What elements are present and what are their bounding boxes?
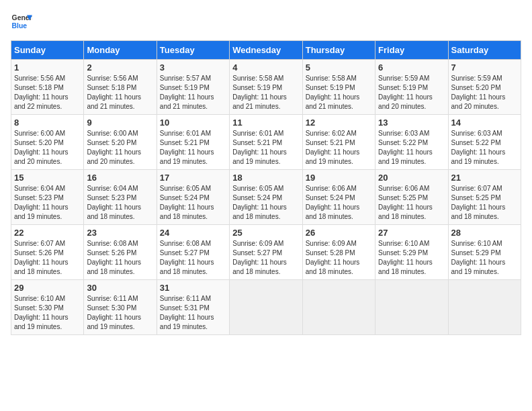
day-info: Sunrise: 6:02 AMSunset: 5:21 PMDaylight:… <box>306 129 372 167</box>
day-info: Sunrise: 6:01 AMSunset: 5:21 PMDaylight:… <box>232 129 299 167</box>
weekday-header-thursday: Thursday <box>302 41 375 60</box>
day-number: 2 <box>87 62 153 73</box>
calendar-cell: 3Sunrise: 5:57 AMSunset: 5:19 PMDaylight… <box>157 60 229 115</box>
calendar-cell: 20Sunrise: 6:06 AMSunset: 5:25 PMDayligh… <box>375 170 448 225</box>
day-info: Sunrise: 6:03 AMSunset: 5:22 PMDaylight:… <box>378 129 445 167</box>
day-number: 26 <box>306 228 372 238</box>
day-number: 29 <box>14 283 81 293</box>
day-info: Sunrise: 5:56 AMSunset: 5:18 PMDaylight:… <box>87 74 153 111</box>
calendar-cell: 21Sunrise: 6:07 AMSunset: 5:25 PMDayligh… <box>448 170 521 225</box>
day-info: Sunrise: 6:05 AMSunset: 5:24 PMDaylight:… <box>160 184 226 222</box>
day-number: 10 <box>160 118 226 128</box>
day-info: Sunrise: 6:09 AMSunset: 5:27 PMDaylight:… <box>232 239 299 277</box>
day-info: Sunrise: 5:56 AMSunset: 5:18 PMDaylight:… <box>14 74 81 111</box>
day-number: 1 <box>14 62 81 73</box>
day-number: 7 <box>451 62 518 73</box>
svg-text:Blue: Blue <box>12 22 28 30</box>
day-number: 24 <box>160 228 226 238</box>
calendar-week-2: 8Sunrise: 6:00 AMSunset: 5:20 PMDaylight… <box>11 115 521 170</box>
calendar-cell: 10Sunrise: 6:01 AMSunset: 5:21 PMDayligh… <box>157 115 229 170</box>
calendar-cell: 28Sunrise: 6:10 AMSunset: 5:29 PMDayligh… <box>448 225 521 280</box>
calendar-week-4: 22Sunrise: 6:07 AMSunset: 5:26 PMDayligh… <box>11 225 521 280</box>
day-info: Sunrise: 5:58 AMSunset: 5:19 PMDaylight:… <box>232 74 299 111</box>
day-info: Sunrise: 6:10 AMSunset: 5:29 PMDaylight:… <box>451 239 518 277</box>
day-number: 9 <box>87 118 153 128</box>
day-number: 15 <box>14 173 81 183</box>
calendar-cell: 13Sunrise: 6:03 AMSunset: 5:22 PMDayligh… <box>375 115 448 170</box>
calendar-cell: 14Sunrise: 6:03 AMSunset: 5:22 PMDayligh… <box>448 115 521 170</box>
calendar-cell: 6Sunrise: 5:59 AMSunset: 5:19 PMDaylight… <box>375 60 448 115</box>
calendar-cell: 4Sunrise: 5:58 AMSunset: 5:19 PMDaylight… <box>230 60 302 115</box>
day-number: 14 <box>451 118 518 128</box>
day-number: 6 <box>378 62 445 73</box>
day-info: Sunrise: 6:11 AMSunset: 5:31 PMDaylight:… <box>160 294 226 332</box>
weekday-header-monday: Monday <box>84 41 157 60</box>
calendar-week-3: 15Sunrise: 6:04 AMSunset: 5:23 PMDayligh… <box>11 170 521 225</box>
day-number: 22 <box>14 228 81 238</box>
day-info: Sunrise: 5:57 AMSunset: 5:19 PMDaylight:… <box>160 74 226 111</box>
day-info: Sunrise: 6:01 AMSunset: 5:21 PMDaylight:… <box>160 129 226 167</box>
calendar-cell: 18Sunrise: 6:05 AMSunset: 5:24 PMDayligh… <box>230 170 302 225</box>
day-info: Sunrise: 6:10 AMSunset: 5:29 PMDaylight:… <box>378 239 445 277</box>
weekday-header-friday: Friday <box>375 41 448 60</box>
calendar-cell <box>448 280 521 335</box>
calendar-cell: 31Sunrise: 6:11 AMSunset: 5:31 PMDayligh… <box>157 280 229 335</box>
day-info: Sunrise: 6:07 AMSunset: 5:25 PMDaylight:… <box>451 184 518 222</box>
day-info: Sunrise: 6:06 AMSunset: 5:25 PMDaylight:… <box>378 184 445 222</box>
day-number: 18 <box>232 173 299 183</box>
calendar-cell: 9Sunrise: 6:00 AMSunset: 5:20 PMDaylight… <box>84 115 157 170</box>
day-number: 25 <box>232 228 299 238</box>
calendar-cell <box>302 280 375 335</box>
day-info: Sunrise: 6:08 AMSunset: 5:27 PMDaylight:… <box>160 239 226 277</box>
calendar-cell: 16Sunrise: 6:04 AMSunset: 5:23 PMDayligh… <box>84 170 157 225</box>
calendar-cell: 17Sunrise: 6:05 AMSunset: 5:24 PMDayligh… <box>157 170 229 225</box>
day-info: Sunrise: 6:09 AMSunset: 5:28 PMDaylight:… <box>306 239 372 277</box>
calendar-cell: 22Sunrise: 6:07 AMSunset: 5:26 PMDayligh… <box>11 225 84 280</box>
day-number: 28 <box>451 228 518 238</box>
day-info: Sunrise: 5:58 AMSunset: 5:19 PMDaylight:… <box>306 74 372 111</box>
day-info: Sunrise: 6:05 AMSunset: 5:24 PMDaylight:… <box>232 184 299 222</box>
day-number: 20 <box>378 173 445 183</box>
weekday-header-wednesday: Wednesday <box>230 41 302 60</box>
header: General Blue <box>11 11 521 32</box>
calendar-week-1: 1Sunrise: 5:56 AMSunset: 5:18 PMDaylight… <box>11 60 521 115</box>
calendar-week-5: 29Sunrise: 6:10 AMSunset: 5:30 PMDayligh… <box>11 280 521 335</box>
calendar-cell: 30Sunrise: 6:11 AMSunset: 5:30 PMDayligh… <box>84 280 157 335</box>
day-number: 8 <box>14 118 81 128</box>
day-number: 11 <box>232 118 299 128</box>
day-number: 23 <box>87 228 153 238</box>
calendar-cell: 5Sunrise: 5:58 AMSunset: 5:19 PMDaylight… <box>302 60 375 115</box>
day-number: 5 <box>306 62 372 73</box>
day-number: 27 <box>378 228 445 238</box>
day-info: Sunrise: 6:04 AMSunset: 5:23 PMDaylight:… <box>87 184 153 222</box>
day-number: 3 <box>160 62 226 73</box>
day-number: 13 <box>378 118 445 128</box>
day-number: 30 <box>87 283 153 293</box>
day-info: Sunrise: 6:07 AMSunset: 5:26 PMDaylight:… <box>14 239 81 277</box>
calendar-cell: 15Sunrise: 6:04 AMSunset: 5:23 PMDayligh… <box>11 170 84 225</box>
calendar-cell: 25Sunrise: 6:09 AMSunset: 5:27 PMDayligh… <box>230 225 302 280</box>
calendar-cell: 24Sunrise: 6:08 AMSunset: 5:27 PMDayligh… <box>157 225 229 280</box>
calendar-cell: 23Sunrise: 6:08 AMSunset: 5:26 PMDayligh… <box>84 225 157 280</box>
calendar-cell: 2Sunrise: 5:56 AMSunset: 5:18 PMDaylight… <box>84 60 157 115</box>
day-info: Sunrise: 6:00 AMSunset: 5:20 PMDaylight:… <box>87 129 153 167</box>
day-info: Sunrise: 6:03 AMSunset: 5:22 PMDaylight:… <box>451 129 518 167</box>
day-info: Sunrise: 5:59 AMSunset: 5:19 PMDaylight:… <box>378 74 445 111</box>
calendar-cell: 26Sunrise: 6:09 AMSunset: 5:28 PMDayligh… <box>302 225 375 280</box>
day-info: Sunrise: 6:06 AMSunset: 5:24 PMDaylight:… <box>306 184 372 222</box>
day-number: 31 <box>160 283 226 293</box>
day-number: 19 <box>306 173 372 183</box>
weekday-header-tuesday: Tuesday <box>157 41 229 60</box>
logo: General Blue <box>11 11 32 32</box>
day-number: 12 <box>306 118 372 128</box>
day-number: 21 <box>451 173 518 183</box>
weekday-header-saturday: Saturday <box>448 41 521 60</box>
day-info: Sunrise: 6:04 AMSunset: 5:23 PMDaylight:… <box>14 184 81 222</box>
day-number: 4 <box>232 62 299 73</box>
calendar-cell: 11Sunrise: 6:01 AMSunset: 5:21 PMDayligh… <box>230 115 302 170</box>
day-info: Sunrise: 6:10 AMSunset: 5:30 PMDaylight:… <box>14 294 81 332</box>
calendar-cell: 1Sunrise: 5:56 AMSunset: 5:18 PMDaylight… <box>11 60 84 115</box>
calendar-cell: 7Sunrise: 5:59 AMSunset: 5:20 PMDaylight… <box>448 60 521 115</box>
calendar-cell: 8Sunrise: 6:00 AMSunset: 5:20 PMDaylight… <box>11 115 84 170</box>
calendar-table: SundayMondayTuesdayWednesdayThursdayFrid… <box>11 40 521 335</box>
